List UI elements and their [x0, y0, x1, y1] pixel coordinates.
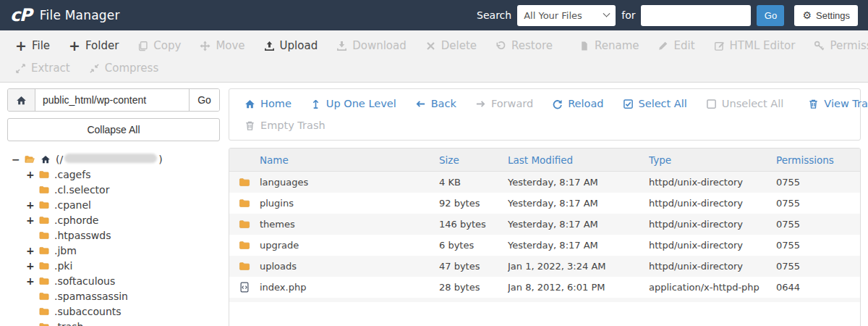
- nav-home[interactable]: Home: [235, 98, 301, 109]
- folder-icon: [239, 219, 250, 230]
- nav-view-trash[interactable]: View Trash: [799, 98, 868, 109]
- search-input[interactable]: [641, 5, 751, 26]
- path-go-button[interactable]: Go: [189, 89, 219, 111]
- toolbar-row-2: ExtractCompress: [6, 59, 862, 78]
- nav-unselect-all[interactable]: Unselect All: [697, 98, 793, 109]
- toolbar-restore[interactable]: Restore: [486, 39, 562, 52]
- tree-item--cl-selector[interactable]: .cl.selector: [7, 182, 220, 197]
- tree-item--jbm[interactable]: + .jbm: [7, 243, 220, 258]
- nav-select-all[interactable]: Select All: [613, 98, 697, 109]
- nav-label: Empty Trash: [260, 120, 326, 131]
- toolbar-upload[interactable]: Upload: [255, 39, 328, 52]
- folder-icon: [38, 185, 50, 195]
- tree-item-label: .cpanel: [54, 199, 91, 211]
- column-header-type[interactable]: Type: [649, 154, 766, 166]
- tree-item-label: .htpasswds: [54, 230, 111, 241]
- toolbar-copy[interactable]: Copy: [128, 39, 190, 52]
- table-row-partial: [229, 298, 860, 302]
- nav-label: Reload: [568, 98, 603, 109]
- toolbar-html-editor[interactable]: HTML Editor: [705, 39, 805, 52]
- nav-forward[interactable]: Forward: [466, 98, 542, 109]
- toolbar-permissions[interactable]: Permissions: [804, 39, 868, 52]
- cell-type: httpd/unix-directory: [649, 198, 766, 209]
- toolbar-rename[interactable]: Rename: [569, 39, 649, 52]
- redacted-username: [64, 154, 157, 163]
- column-header-size[interactable]: Size: [439, 154, 508, 166]
- nav-empty-trash[interactable]: Empty Trash: [235, 120, 335, 131]
- search-scope-value: All Your Files: [524, 10, 582, 21]
- settings-button[interactable]: ⚙ Settings: [794, 5, 858, 26]
- cell-last-modified: Yesterday, 8:17 AM: [508, 240, 649, 251]
- plus-icon: +: [69, 41, 80, 51]
- cell-last-modified: Jan 1, 2022, 3:24 AM: [508, 261, 649, 272]
- collapse-toggle[interactable]: −: [12, 154, 20, 165]
- tree-item--pki[interactable]: + .pki: [7, 258, 220, 273]
- expand-toggle[interactable]: +: [26, 169, 34, 180]
- expand-toggle[interactable]: +: [26, 214, 34, 226]
- compress-icon: [89, 63, 100, 74]
- toolbar-extract[interactable]: Extract: [6, 62, 80, 75]
- cell-permissions: 0755: [766, 177, 860, 188]
- path-input[interactable]: [35, 89, 189, 111]
- extract-icon: [15, 63, 26, 74]
- permissions-icon: [814, 41, 825, 51]
- toolbar-folder[interactable]: +Folder: [59, 39, 128, 52]
- tree-item-label: .pki: [54, 260, 72, 272]
- cell-size: 92 bytes: [439, 198, 508, 209]
- collapse-all-button[interactable]: Collapse All: [7, 118, 220, 141]
- nav-up-one-level[interactable]: Up One Level: [301, 98, 406, 109]
- file-row-uploads[interactable]: uploads 47 bytes Jan 1, 2022, 3:24 AM ht…: [229, 256, 860, 277]
- file-row-upgrade[interactable]: upgrade 6 bytes Yesterday, 8:17 AM httpd…: [229, 235, 860, 256]
- cell-permissions: 0755: [766, 261, 860, 272]
- folder-icon: [38, 306, 50, 317]
- tree-root-item[interactable]: − (/): [7, 151, 220, 167]
- tree-item--trash[interactable]: .trash: [7, 319, 220, 326]
- tree-item--spamassassin[interactable]: .spamassassin: [7, 288, 220, 304]
- toolbar-label: File: [32, 39, 50, 52]
- toolbar-compress[interactable]: Compress: [80, 62, 168, 75]
- file-row-languages[interactable]: languages 4 KB Yesterday, 8:17 AM httpd/…: [229, 172, 860, 193]
- expand-toggle[interactable]: +: [26, 260, 34, 272]
- toolbar-label: Download: [352, 39, 407, 52]
- tree-item--htpasswds[interactable]: .htpasswds: [7, 227, 220, 243]
- cell-size: 146 bytes: [439, 219, 508, 230]
- cell-size: 4 KB: [439, 177, 508, 188]
- file-row-plugins[interactable]: plugins 92 bytes Yesterday, 8:17 AM http…: [229, 193, 860, 214]
- cell-permissions: 0644: [766, 282, 860, 293]
- search-go-button[interactable]: Go: [757, 5, 784, 26]
- toolbar-download[interactable]: Download: [327, 39, 416, 52]
- nav-label: Back: [431, 98, 456, 109]
- table-header: NameSizeLast ModifiedTypePermissions: [229, 149, 860, 172]
- column-header-name[interactable]: Name: [260, 154, 439, 166]
- nav-reload[interactable]: Reload: [542, 98, 613, 109]
- file-row-index-php[interactable]: index.php 28 bytes Jan 8, 2012, 6:01 PM …: [229, 277, 860, 298]
- nav-back[interactable]: Back: [406, 98, 466, 109]
- home-path-button[interactable]: [8, 89, 35, 111]
- toolbar-delete[interactable]: Delete: [416, 39, 486, 52]
- cell-last-modified: Yesterday, 8:17 AM: [508, 198, 649, 209]
- cell-last-modified: Jan 8, 2012, 6:01 PM: [508, 282, 649, 293]
- tree-item--subaccounts[interactable]: .subaccounts: [7, 304, 220, 319]
- toolbar-file[interactable]: +File: [6, 39, 59, 52]
- folder-icon: [239, 261, 250, 272]
- folder-icon: [38, 170, 50, 180]
- search-scope-select[interactable]: All Your Files: [517, 5, 616, 26]
- tree-item--cagefs[interactable]: + .cagefs: [7, 167, 220, 182]
- tree-item--softaculous[interactable]: + .softaculous: [7, 273, 220, 288]
- gear-icon: ⚙: [802, 10, 812, 20]
- tree-item--cphorde[interactable]: + .cphorde: [7, 212, 220, 227]
- tree-item--cpanel[interactable]: + .cpanel: [7, 197, 220, 212]
- toolbar-edit[interactable]: Edit: [648, 39, 704, 52]
- expand-toggle[interactable]: +: [26, 199, 34, 211]
- column-header-permissions[interactable]: Permissions: [766, 154, 860, 166]
- expand-toggle[interactable]: +: [26, 245, 34, 256]
- file-row-themes[interactable]: themes 146 bytes Yesterday, 8:17 AM http…: [229, 214, 860, 235]
- file-toolbar: +File+FolderCopyMoveUploadDownloadDelete…: [0, 30, 868, 83]
- toolbar-label: Permissions: [830, 39, 868, 52]
- column-header-last-modified[interactable]: Last Modified: [508, 154, 649, 166]
- toolbar-move[interactable]: Move: [190, 39, 254, 52]
- toolbar-label: Extract: [31, 62, 70, 75]
- main-content: Go Collapse All − (/) + .cagefs .cl.sele…: [0, 83, 868, 326]
- expand-toggle[interactable]: +: [26, 275, 34, 287]
- cell-name: index.php: [260, 282, 439, 293]
